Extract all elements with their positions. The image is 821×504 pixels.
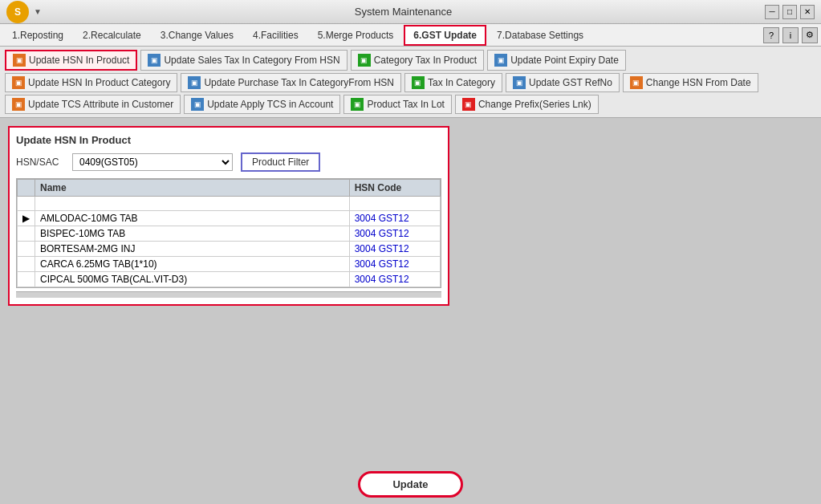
update-sales-tax-icon: ▣ [148, 54, 161, 67]
btn-tax-in-category[interactable]: ▣ Tax In Category [404, 73, 502, 92]
toolbar-row-1: ▣ Update HSN In Product ▣ Update Sales T… [5, 50, 816, 71]
bottom-bar: Update [0, 464, 821, 504]
tab-reposting[interactable]: 1.Reposting [3, 26, 72, 45]
row-hsn: 3004 GST12 [349, 226, 440, 242]
main-content: Update HSN In Product HSN/SAC 0409(GST05… [0, 118, 821, 473]
form-hsn-row: HSN/SAC 0409(GST05) Product Filter [16, 152, 441, 172]
info-button[interactable]: i [782, 27, 799, 43]
table-header-name: Name [35, 180, 350, 197]
btn-product-tax-lot[interactable]: ▣ Product Tax In Lot [343, 95, 452, 114]
horizontal-scrollbar[interactable] [16, 291, 441, 298]
update-point-expiry-icon: ▣ [494, 54, 507, 67]
update-button[interactable]: Update [358, 471, 462, 498]
btn-update-sales-tax[interactable]: ▣ Update Sales Tax In Category From HSN [140, 50, 347, 71]
window-controls: ─ □ ✕ [765, 5, 815, 19]
settings-button[interactable]: ⚙ [802, 27, 818, 43]
tab-gst-update[interactable]: 6.GST Update [404, 25, 486, 46]
row-arrow [18, 197, 35, 211]
btn-change-prefix[interactable]: ▣ Change Prefix(Series Lnk) [455, 95, 599, 114]
form-title: Update HSN In Product [16, 134, 441, 146]
row-hsn [349, 197, 440, 211]
row-name: CARCA 6.25MG TAB(1*10) [35, 257, 350, 272]
product-tax-lot-icon: ▣ [351, 98, 364, 111]
change-prefix-icon: ▣ [462, 98, 475, 111]
change-hsn-date-icon: ▣ [630, 76, 643, 89]
table-header-hsn: HSN Code [349, 180, 440, 197]
toolbar-row-2: ▣ Update HSN In Product Category ▣ Updat… [5, 73, 816, 92]
table-row[interactable]: BISPEC-10MG TAB 3004 GST12 [18, 226, 441, 242]
btn-update-gst-refno[interactable]: ▣ Update GST RefNo [506, 73, 620, 92]
tab-change-values[interactable]: 3.Change Values [152, 26, 242, 45]
update-apply-tcs-icon: ▣ [191, 98, 204, 111]
menu-tabs: 1.Reposting 2.Recalculate 3.Change Value… [0, 24, 821, 47]
toolbar-row-3: ▣ Update TCS Attribute in Customer ▣ Upd… [5, 95, 816, 114]
table-row [18, 197, 441, 211]
row-hsn: 3004 GST12 [349, 272, 440, 287]
btn-update-apply-tcs[interactable]: ▣ Update Apply TCS in Account [184, 95, 340, 114]
table-row[interactable]: CIPCAL 500MG TAB(CAL.VIT-D3) 3004 GST12 [18, 272, 441, 287]
hsn-label: HSN/SAC [16, 156, 64, 168]
row-name [35, 197, 350, 211]
btn-update-tcs-attribute[interactable]: ▣ Update TCS Attribute in Customer [5, 95, 181, 114]
help-icons: ? i ⚙ [763, 27, 818, 43]
window-title: System Maintenance [42, 6, 765, 18]
restore-button[interactable]: □ [782, 5, 797, 19]
row-arrow [18, 257, 35, 272]
row-name: BISPEC-10MG TAB [35, 226, 350, 242]
data-table-container: Name HSN Code ▶ AMLODAC-10MG TAB 3004 GS… [16, 178, 441, 288]
btn-update-purchase-tax[interactable]: ▣ Update Purchase Tax In CategoryFrom HS… [181, 73, 401, 92]
update-hsn-product-icon: ▣ [13, 54, 26, 67]
row-name: AMLODAC-10MG TAB [35, 211, 350, 226]
title-bar: S ▼ System Maintenance ─ □ ✕ [0, 0, 821, 24]
btn-update-hsn-category[interactable]: ▣ Update HSN In Product Category [5, 73, 177, 92]
btn-change-hsn-date[interactable]: ▣ Change HSN From Date [623, 73, 758, 92]
row-arrow [18, 272, 35, 287]
row-name: BORTESAM-2MG INJ [35, 242, 350, 257]
update-hsn-category-icon: ▣ [12, 76, 25, 89]
tax-in-category-icon: ▣ [412, 76, 425, 89]
app-logo: S [6, 1, 29, 23]
btn-update-point-expiry[interactable]: ▣ Update Point Expiry Date [487, 50, 626, 71]
row-name: CIPCAL 500MG TAB(CAL.VIT-D3) [35, 272, 350, 287]
hsn-select[interactable]: 0409(GST05) [72, 153, 233, 171]
row-arrow [18, 242, 35, 257]
tab-recalculate[interactable]: 2.Recalculate [74, 26, 150, 45]
update-tcs-attribute-icon: ▣ [12, 98, 25, 111]
table-row[interactable]: ▶ AMLODAC-10MG TAB 3004 GST12 [18, 211, 441, 226]
tab-database-settings[interactable]: 7.Database Settings [488, 26, 592, 45]
tab-merge-products[interactable]: 5.Merge Products [309, 26, 403, 45]
row-arrow: ▶ [18, 211, 35, 226]
row-hsn: 3004 GST12 [349, 242, 440, 257]
btn-category-tax-product[interactable]: ▣ Category Tax In Product [351, 50, 485, 71]
table-row[interactable]: CARCA 6.25MG TAB(1*10) 3004 GST12 [18, 257, 441, 272]
product-filter-button[interactable]: Product Filter [241, 152, 320, 172]
window-icon: ▼ [34, 7, 42, 16]
row-arrow [18, 226, 35, 242]
update-gst-refno-icon: ▣ [513, 76, 526, 89]
hsn-table: Name HSN Code ▶ AMLODAC-10MG TAB 3004 GS… [17, 179, 441, 287]
btn-update-hsn-product[interactable]: ▣ Update HSN In Product [5, 50, 137, 71]
row-hsn: 3004 GST12 [349, 257, 440, 272]
row-hsn: 3004 GST12 [349, 211, 440, 226]
update-purchase-tax-icon: ▣ [188, 76, 201, 89]
form-panel: Update HSN In Product HSN/SAC 0409(GST05… [8, 126, 449, 306]
minimize-button[interactable]: ─ [765, 5, 779, 19]
tab-facilities[interactable]: 4.Facilities [244, 26, 307, 45]
toolbar: ▣ Update HSN In Product ▣ Update Sales T… [0, 47, 821, 118]
table-header-arrow [18, 180, 35, 197]
title-bar-left: S ▼ [6, 1, 42, 23]
category-tax-product-icon: ▣ [358, 54, 371, 67]
table-row[interactable]: BORTESAM-2MG INJ 3004 GST12 [18, 242, 441, 257]
close-button[interactable]: ✕ [800, 5, 815, 19]
help-button[interactable]: ? [763, 27, 779, 43]
